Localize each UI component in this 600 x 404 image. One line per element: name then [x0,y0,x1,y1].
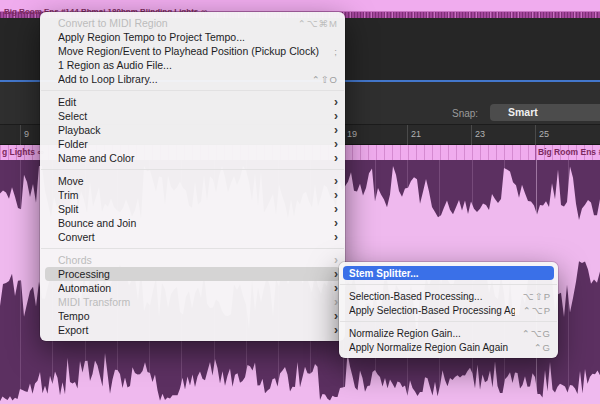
ruler-bar-number: 23 [475,129,485,139]
submenu-arrow-icon: › [334,125,338,135]
menu-item-label: Apply Selection-Based Processing Again [349,305,515,316]
menu-item-name-and-color[interactable]: Name and Color› [40,151,345,165]
menu-item-shortcut: ⌃⇧O [312,74,338,85]
menu-item-label: Apply Normalize Region Gain Again [349,342,526,353]
waveform-lane-2 [0,353,600,404]
snap-dropdown-value: Smart [508,106,538,118]
menu-item-convert[interactable]: Convert› [40,230,345,244]
submenu-arrow-icon: › [334,190,338,200]
menu-item-apply-selection-based-processing-again[interactable]: Apply Selection-Based Processing Again⌃⌥… [339,303,558,317]
submenu-arrow-icon: › [334,139,338,149]
menu-item-label: Convert [58,231,326,243]
menu-item-label: 1 Region as Audio File... [58,59,338,71]
ruler-tick [471,125,472,146]
menu-item-midi-transform: MIDI Transform› [40,295,345,309]
menu-item-label: Processing [58,268,326,280]
submenu-arrow-icon: › [334,255,338,265]
snap-label: Snap: [452,108,478,119]
menu-item-label: Playback [58,124,326,136]
region-boundary [535,145,536,160]
menu-separator [41,90,344,91]
menu-item-add-to-loop-library[interactable]: Add to Loop Library...⌃⇧O [40,72,345,86]
menu-item-label: Bounce and Join [58,217,326,229]
next-region-name: Big Room Ens #14 [538,145,600,160]
menu-separator [340,284,557,285]
menu-item-label: Add to Loop Library... [58,73,304,85]
ruler-bar-number: 21 [411,129,421,139]
menu-item-edit[interactable]: Edit› [40,95,345,109]
menu-item-label: Apply Region Tempo to Project Tempo... [58,31,338,43]
menu-item-chords: Chords› [40,253,345,267]
submenu-arrow-icon: › [334,153,338,163]
menu-item-trim[interactable]: Trim› [40,188,345,202]
ruler-tick [20,125,21,146]
submenu-arrow-icon: › [334,283,338,293]
menu-item-label: Convert to MIDI Region [58,17,290,29]
menu-item-label: Stem Splitter... [349,268,551,279]
menu-item-label: Selection-Based Processing... [349,291,515,302]
ruler-bar-number: 9 [24,129,29,139]
menu-item-label: Tempo [58,310,326,322]
menu-item-shortcut: ⌃⌥P [523,305,551,316]
menu-item-label: Normalize Region Gain... [349,328,514,339]
submenu-arrow-icon: › [334,232,338,242]
menu-item-1-region-as-audio-file[interactable]: 1 Region as Audio File... [40,58,345,72]
submenu-arrow-icon: › [334,311,338,321]
processing-submenu: Stem Splitter...Selection-Based Processi… [339,262,558,358]
ruler-tick [535,125,536,146]
submenu-arrow-icon: › [334,269,338,279]
menu-item-label: Export [58,324,326,336]
menu-item-shortcut: ; [334,46,338,57]
menu-item-shortcut: ⌃⌥⌘M [298,18,338,29]
menu-item-label: Folder [58,138,326,150]
menu-separator [41,248,344,249]
menu-separator [340,321,557,322]
menu-item-convert-to-midi-region: Convert to MIDI Region⌃⌥⌘M [40,16,345,30]
menu-item-tempo[interactable]: Tempo› [40,309,345,323]
submenu-arrow-icon: › [334,297,338,307]
menu-item-normalize-region-gain[interactable]: Normalize Region Gain...⌃⌥G [339,326,558,340]
menu-item-bounce-and-join[interactable]: Bounce and Join› [40,216,345,230]
menu-item-move[interactable]: Move› [40,174,345,188]
menu-item-apply-region-tempo-to-project-tempo[interactable]: Apply Region Tempo to Project Tempo... [40,30,345,44]
menu-item-label: Move [58,175,326,187]
region-context-menu: Convert to MIDI Region⌃⌥⌘MApply Region T… [40,12,345,341]
submenu-arrow-icon: › [334,218,338,228]
menu-item-label: Chords [58,254,326,266]
menu-item-shortcut: ⌃G [534,342,551,353]
menu-item-label: Select [58,110,326,122]
menu-item-move-region-event-to-playhead-position-pickup-clock[interactable]: Move Region/Event to Playhead Position (… [40,44,345,58]
menu-item-label: Automation [58,282,326,294]
menu-item-shortcut: ⌥⇧P [523,291,551,302]
submenu-arrow-icon: › [334,176,338,186]
submenu-arrow-icon: › [334,111,338,121]
menu-item-label: Move Region/Event to Playhead Position (… [58,45,326,57]
menu-item-selection-based-processing[interactable]: Selection-Based Processing...⌥⇧P [339,289,558,303]
menu-item-folder[interactable]: Folder› [40,137,345,151]
ruler-bar-number: 25 [539,129,549,139]
top-region-name-bar[interactable]: Big Room Ens #144 Bbmaj 180bpm Blinding … [0,0,600,12]
menu-item-playback[interactable]: Playback› [40,123,345,137]
menu-item-label: Trim [58,189,326,201]
submenu-arrow-icon: › [334,97,338,107]
menu-separator [41,169,344,170]
menu-item-label: Name and Color [58,152,326,164]
snap-dropdown[interactable]: Smart [490,104,600,121]
menu-item-split[interactable]: Split› [40,202,345,216]
submenu-arrow-icon: › [334,204,338,214]
menu-item-shortcut: ⌃⌥G [522,328,551,339]
menu-item-export[interactable]: Export› [40,323,345,337]
menu-item-automation[interactable]: Automation› [40,281,345,295]
menu-item-processing[interactable]: Processing› [40,267,345,281]
menu-item-apply-normalize-region-gain-again[interactable]: Apply Normalize Region Gain Again⌃G [339,340,558,354]
ruler-bar-number: 19 [347,129,357,139]
menu-item-stem-splitter[interactable]: Stem Splitter... [339,266,558,280]
submenu-arrow-icon: › [334,325,338,335]
menu-item-label: MIDI Transform [58,296,326,308]
menu-item-label: Edit [58,96,326,108]
menu-item-select[interactable]: Select› [40,109,345,123]
ruler-tick [407,125,408,146]
selected-region-name-tail: g Lights ∞ [2,145,44,160]
menu-item-label: Split [58,203,326,215]
logic-tracks-area: Big Room Ens #144 Bbmaj 180bpm Blinding … [0,0,600,404]
